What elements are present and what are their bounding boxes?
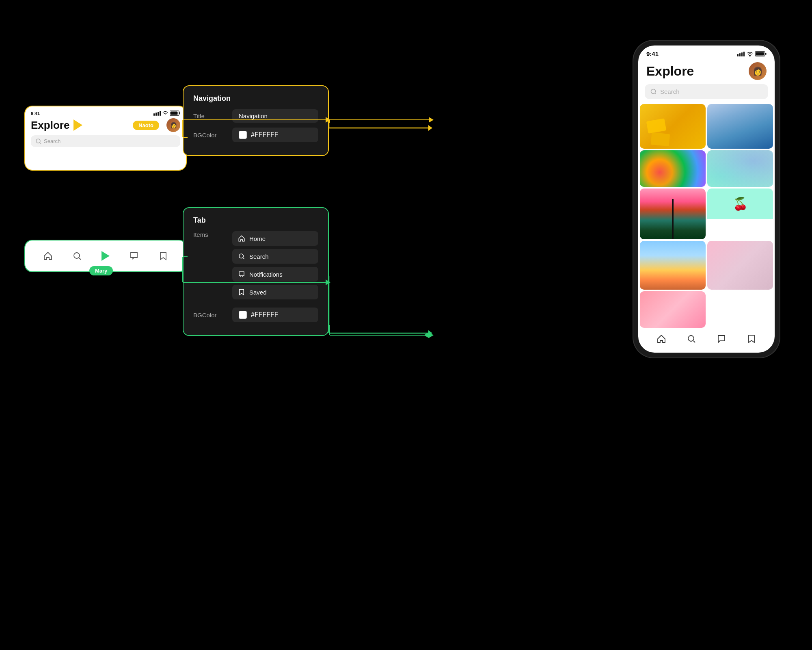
mini-tab-badge: Mary (89, 266, 113, 275)
tab-items-list: Home Search Notifications (232, 231, 318, 303)
svg-line-23 (243, 258, 244, 259)
phone-status-icons (737, 51, 767, 56)
tab-item-search: Search (232, 249, 318, 264)
phone-avatar: 👩 (749, 62, 767, 80)
mini-nav-badge: Naoto (133, 121, 159, 130)
svg-rect-30 (765, 53, 767, 55)
svg-line-35 (693, 341, 695, 342)
navigation-card: Navigation Title Navigation BGColor #FFF… (183, 85, 329, 156)
nav-card-title-row: Title Navigation (193, 109, 318, 123)
svg-point-28 (749, 55, 751, 56)
grid-cell-2 (707, 104, 773, 149)
nav-home-icon (657, 334, 666, 344)
phone-status-bar: 9:41 (638, 46, 775, 59)
mini-tab-chat-icon (129, 251, 139, 261)
mini-phone-nav: 9:41 Explore Naoto 👩 (24, 106, 187, 171)
nav-title-value: Navigation (232, 109, 318, 123)
tab-items-label: Items (193, 231, 226, 238)
grid-cell-5 (640, 188, 706, 239)
svg-marker-4 (428, 125, 432, 131)
mini-tab-home-icon (43, 251, 53, 261)
phone-mockup: 9:41 (633, 41, 780, 358)
svg-line-33 (655, 93, 656, 94)
tab-item-notifications-label: Notifications (249, 271, 283, 278)
tab-bgcolor-label: BGColor (193, 312, 226, 318)
nav-title-label: Title (193, 113, 226, 119)
svg-line-19 (40, 143, 41, 144)
tab-item-saved: Saved (232, 285, 318, 299)
svg-point-34 (688, 336, 694, 341)
svg-rect-17 (171, 112, 178, 115)
nav-bgcolor-value-box: #FFFFFF (232, 128, 318, 142)
phone-header: Explore 👩 (638, 59, 775, 84)
svg-line-21 (79, 258, 81, 260)
grid-cell-1 (640, 104, 706, 149)
svg-marker-42 (429, 117, 434, 123)
svg-rect-26 (741, 52, 743, 56)
mini-tab-search-icon (72, 251, 82, 261)
svg-point-20 (74, 253, 80, 258)
chat-icon (238, 271, 245, 278)
svg-marker-49 (424, 332, 434, 338)
phone-nav-bookmark[interactable] (746, 333, 757, 344)
nav-chat-icon (717, 334, 726, 344)
svg-rect-25 (739, 53, 741, 56)
phone-search-placeholder: Search (660, 88, 680, 95)
nav-color-swatch (239, 131, 247, 139)
phone-battery-icon (755, 51, 767, 56)
mini-nav-triangle-icon (73, 119, 82, 131)
phone-search-icon (650, 89, 657, 95)
svg-marker-10 (428, 330, 432, 336)
tab-item-home-label: Home (249, 235, 266, 242)
nav-search-icon (687, 334, 696, 344)
phone-screen: 9:41 (638, 46, 775, 353)
tab-items-row: Items Home Search (193, 231, 318, 303)
phone-bottom-nav (638, 328, 775, 353)
mini-nav-top-bar: 9:41 (31, 110, 180, 116)
phone-nav-chat[interactable] (716, 333, 727, 344)
svg-point-32 (651, 89, 656, 93)
mini-nav-header: Explore Naoto 👩 (31, 118, 180, 132)
nav-bgcolor-label: BGColor (193, 132, 226, 139)
grid-img-2 (707, 104, 773, 149)
svg-rect-27 (743, 52, 745, 56)
nav-bookmark-icon (747, 334, 756, 344)
wifi-icon (162, 111, 168, 116)
svg-rect-24 (737, 54, 739, 56)
mini-tab-active-triangle (102, 251, 110, 261)
battery-icon (170, 110, 180, 116)
phone-nav-search[interactable] (686, 333, 697, 344)
phone-search-bar[interactable]: Search (645, 84, 768, 99)
grid-cell-7 (640, 241, 706, 290)
nav-card-bgcolor-row: BGColor #FFFFFF (193, 128, 318, 142)
grid-img-9 (640, 291, 706, 328)
mini-nav-avatar: 👩 (166, 118, 180, 132)
tab-item-search-label: Search (249, 253, 269, 260)
mini-tab-bookmark-icon (158, 251, 168, 261)
mini-nav-status (153, 110, 180, 116)
search-icon (238, 253, 245, 260)
tab-bgcolor-value: #FFFFFF (251, 311, 279, 318)
svg-rect-12 (155, 113, 157, 116)
nav-bgcolor-value: #FFFFFF (251, 131, 279, 139)
svg-point-18 (36, 139, 40, 143)
home-icon (238, 235, 245, 242)
tab-item-saved-label: Saved (249, 289, 267, 296)
grid-img-4 (707, 150, 773, 187)
grid-cell-9 (640, 291, 706, 328)
mini-search-placeholder: Search (44, 138, 60, 144)
svg-rect-31 (756, 52, 764, 56)
tab-card-title: Tab (193, 216, 318, 225)
mini-search-icon (36, 139, 41, 144)
svg-rect-16 (179, 112, 180, 114)
grid-img-6: 🍒 (707, 188, 773, 219)
grid-img-1 (640, 104, 706, 149)
phone-nav-home[interactable] (656, 333, 667, 344)
grid-img-8-fill (707, 241, 773, 290)
tab-item-home: Home (232, 231, 318, 246)
grid-img-7 (640, 241, 706, 290)
phone-time: 9:41 (646, 50, 659, 57)
avatar-emoji: 👩 (753, 66, 763, 76)
phone-signal-icon (737, 52, 745, 56)
tab-color-swatch (239, 311, 247, 319)
